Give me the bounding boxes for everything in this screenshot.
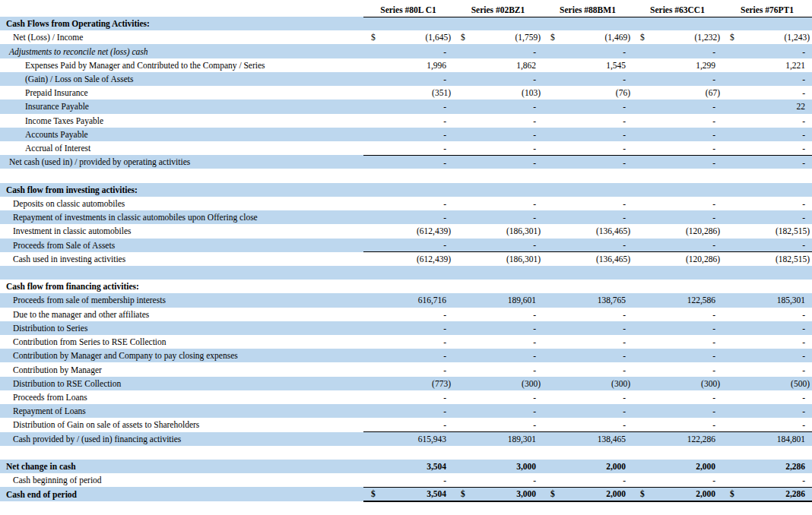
row-label	[0, 501, 363, 515]
value-cell: -	[363, 128, 453, 141]
value-cell: -	[633, 128, 722, 141]
cell-value: (300)	[522, 379, 543, 388]
cell-value: 3,504	[427, 462, 453, 471]
value-cell: 22	[722, 100, 812, 113]
table-row: Deposits on classic automobiles-----	[0, 197, 812, 210]
cell-value: 1,221	[785, 61, 812, 70]
value-cell: -	[633, 390, 722, 404]
value-cell	[633, 183, 722, 197]
value-cell	[453, 183, 543, 197]
value-cell: -	[722, 155, 812, 169]
value-cell: (612,439)	[363, 224, 453, 238]
cell-value: -	[533, 74, 543, 84]
value-cell	[363, 169, 453, 182]
value-cell: $(1,645)	[363, 30, 453, 44]
table-row: Cash flow from financing activities:	[0, 280, 812, 293]
value-cell: (300)	[543, 377, 633, 390]
cell-value: -	[623, 324, 633, 333]
value-cell: 122,586	[633, 293, 722, 307]
table-row: Adjustments to reconcile net (loss) cash…	[0, 44, 812, 58]
cell-value: -	[712, 365, 722, 374]
cell-value: -	[623, 144, 633, 153]
value-cell: -	[633, 349, 722, 362]
cell-value: 3,000	[516, 489, 543, 498]
table-row: Expenses Paid by Manager and Contributed…	[0, 58, 812, 72]
row-label: Cash Flows from Operating Activities:	[0, 17, 363, 30]
cell-value: 1,299	[696, 61, 722, 70]
value-cell: -	[633, 404, 722, 418]
value-cell: -	[543, 72, 633, 86]
value-cell: -	[363, 100, 453, 113]
cell-value: -	[533, 365, 543, 374]
value-cell: -	[363, 321, 453, 335]
value-cell	[543, 501, 633, 515]
cell-value: (186,301)	[506, 226, 543, 235]
cell-value: (136,465)	[596, 226, 633, 235]
cell-value: (76)	[616, 88, 633, 97]
value-cell	[363, 501, 453, 515]
table-row: Cash Flows from Operating Activities:	[0, 17, 812, 30]
table-row: Net (Loss) / Income$(1,645)$(1,759)$(1,4…	[0, 30, 812, 44]
cell-value: -	[533, 393, 543, 402]
value-cell: (351)	[363, 86, 453, 100]
row-label: Net change in cash	[0, 460, 363, 473]
value-cell: -	[453, 308, 543, 321]
table-row: Net cash (used in) / provided by operati…	[0, 155, 812, 169]
value-cell: 184,801	[722, 432, 812, 446]
table-row: Due to the manager and other affiliates-…	[0, 308, 812, 321]
cell-value: -	[533, 476, 543, 485]
cell-value: -	[712, 102, 722, 111]
table-row: Proceeds from Sale of Assets-----	[0, 239, 812, 252]
table-row: Cash end of period$3,504$3,000$2,000$2,0…	[0, 487, 812, 501]
value-cell: -	[633, 155, 722, 169]
cell-value: (351)	[432, 88, 453, 97]
cell-value: -	[623, 240, 633, 249]
cell-value: -	[802, 420, 812, 429]
cash-flow-statement: Series #80L C1 Series #02BZ1 Series #88B…	[0, 0, 812, 515]
table-row: Distribution to RSE Collection(773)(300)…	[0, 377, 812, 390]
value-cell: 3,000	[453, 460, 543, 473]
cell-value: -	[443, 102, 453, 111]
value-cell	[722, 17, 812, 30]
cell-value: -	[533, 324, 543, 333]
value-cell: -	[543, 114, 633, 128]
cell-value: -	[443, 406, 453, 415]
cell-value: 138,765	[598, 295, 633, 305]
value-cell: -	[543, 44, 633, 58]
value-cell: -	[722, 141, 812, 155]
cell-value: -	[533, 310, 543, 319]
cell-value: 2,286	[785, 489, 812, 498]
value-cell: -	[633, 210, 722, 224]
table-row: Contribution by Manager and Company to p…	[0, 349, 812, 362]
value-cell: -	[722, 239, 812, 252]
value-cell: $3,504	[363, 487, 453, 501]
value-cell: -	[722, 308, 812, 321]
cell-value: -	[443, 420, 453, 429]
row-label: Prepaid Insurance	[0, 86, 363, 100]
value-cell: 2,286	[722, 460, 812, 473]
value-cell: -	[633, 141, 722, 155]
cell-value: 189,301	[508, 434, 543, 444]
table-row: Repayment of Loans-----	[0, 404, 812, 418]
cell-value: 22	[797, 102, 812, 111]
value-cell: -	[453, 72, 543, 86]
cell-value: (300)	[701, 379, 722, 388]
cell-value: (612,439)	[417, 254, 453, 264]
cell-value: -	[623, 102, 633, 111]
value-cell: (182,515)	[722, 224, 812, 238]
value-cell: -	[722, 473, 812, 487]
value-cell	[722, 280, 812, 293]
cell-value: 2,000	[696, 462, 722, 471]
table-row: (Gain) / Loss on Sale of Assets-----	[0, 72, 812, 86]
row-label: Expenses Paid by Manager and Contributed…	[0, 58, 363, 72]
row-label: Accrual of Interest	[0, 141, 363, 155]
value-cell: -	[453, 141, 543, 155]
value-cell: -	[543, 473, 633, 487]
value-cell	[543, 17, 633, 30]
row-label: Net cash (used in) / provided by operati…	[0, 155, 363, 169]
cell-value: (1,243)	[784, 33, 812, 42]
cell-value: -	[802, 240, 812, 249]
value-cell: (186,301)	[453, 252, 543, 266]
value-cell: -	[453, 349, 543, 362]
value-cell: (76)	[543, 86, 633, 100]
